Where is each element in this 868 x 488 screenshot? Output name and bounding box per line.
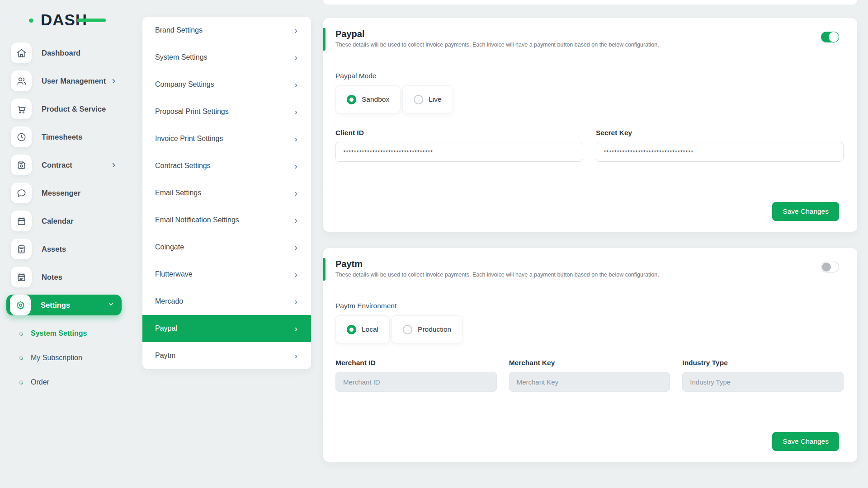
settings-menu-proposal-print-settings[interactable]: Proposal Print Settings › — [142, 98, 311, 125]
chevron-right-icon: › — [294, 107, 297, 116]
chevron-right-icon: › — [112, 160, 115, 170]
floppy-disk-icon — [11, 155, 32, 175]
chevron-right-icon: › — [294, 270, 297, 279]
subnav-item-label: Order — [31, 378, 49, 386]
settings-menu-coingate[interactable]: Coingate › — [142, 234, 311, 261]
chevron-right-icon: › — [294, 26, 297, 35]
industry-type-label: Industry Type — [682, 359, 844, 367]
menu-item-label: Paypal — [155, 324, 177, 333]
menu-item-label: Email Settings — [155, 189, 201, 197]
industry-type-input[interactable] — [682, 372, 844, 392]
paypal-footer: Save Changes — [323, 191, 857, 232]
settings-menu-company-settings[interactable]: Company Settings › — [142, 71, 311, 98]
paytm-env-local[interactable]: Local — [335, 315, 390, 343]
settings-menu-system-settings[interactable]: System Settings › — [142, 44, 311, 71]
paytm-footer: Save Changes — [323, 421, 857, 462]
menu-item-label: Contract Settings — [155, 162, 211, 170]
chevron-right-icon: › — [294, 297, 297, 306]
mode-option-label: Production — [418, 325, 451, 333]
paypal-enabled-toggle[interactable] — [821, 32, 839, 42]
settings-menu-brand-settings[interactable]: Brand Settings › — [142, 17, 311, 44]
sidebar-item-product-service[interactable]: Product & Service — [6, 99, 122, 119]
toggle-knob — [829, 32, 839, 42]
subnav-item-label: My Subscription — [31, 354, 82, 362]
client-id-input[interactable] — [335, 142, 583, 162]
paypal-section: Paypal These details will be used to col… — [323, 18, 857, 232]
settings-menu-email-settings[interactable]: Email Settings › — [142, 179, 311, 206]
home-icon — [11, 42, 32, 63]
settings-menu-paypal[interactable]: Paypal › — [142, 315, 311, 342]
menu-item-label: Email Notification Settings — [155, 216, 239, 224]
paytm-enabled-toggle[interactable] — [821, 262, 839, 272]
menu-item-label: Company Settings — [155, 80, 214, 89]
bullet-icon — [18, 355, 24, 361]
sidebar-item-label: Timesheets — [42, 133, 83, 141]
menu-item-label: Flutterwave — [155, 270, 193, 278]
paypal-header: Paypal These details will be used to col… — [323, 18, 857, 60]
paytm-env-production[interactable]: Production — [392, 315, 462, 343]
settings-menu-email-notification-settings[interactable]: Email Notification Settings › — [142, 206, 311, 234]
gear-icon — [10, 295, 31, 315]
paytm-body: Paytm Environment Local Production Merch… — [323, 290, 857, 421]
sidebar-item-contract[interactable]: Contract › — [6, 155, 122, 175]
logo-accent-dot — [29, 19, 33, 23]
paypal-description: These details will be used to collect in… — [335, 42, 839, 48]
paytm-header: Paytm These details will be used to coll… — [323, 248, 857, 290]
accent-bar — [323, 28, 326, 51]
settings-menu-contract-settings[interactable]: Contract Settings › — [142, 152, 311, 179]
sidebar-item-dashboard[interactable]: Dashboard — [6, 42, 122, 63]
chevron-right-icon: › — [294, 351, 297, 360]
subnav-item-order[interactable]: Order — [0, 371, 128, 393]
paytm-environment-label: Paytm Environment — [335, 302, 844, 310]
sidebar-item-calendar[interactable]: Calendar — [6, 211, 122, 231]
bullet-icon — [18, 331, 24, 337]
chevron-right-icon: › — [294, 161, 297, 170]
paypal-save-button[interactable]: Save Changes — [772, 202, 839, 221]
paytm-save-button[interactable]: Save Changes — [772, 432, 839, 451]
calendar-icon — [11, 211, 32, 231]
paypal-mode-label: Paypal Mode — [335, 72, 844, 80]
chevron-right-icon: › — [294, 243, 297, 252]
sidebar-item-label: User Management — [42, 77, 106, 85]
settings-menu-panel: Brand Settings › System Settings › Compa… — [142, 17, 311, 369]
merchant-key-input[interactable] — [509, 372, 670, 392]
merchant-id-label: Merchant ID — [335, 359, 497, 367]
sidebar: DASH Dashboard User Management › — [0, 0, 128, 393]
paypal-mode-live[interactable]: Live — [402, 85, 453, 113]
subnav-item-my-subscription[interactable]: My Subscription — [0, 347, 128, 369]
chat-bubble-icon — [11, 183, 32, 203]
chevron-right-icon: › — [294, 324, 297, 333]
paytm-section: Paytm These details will be used to coll… — [323, 248, 857, 462]
paypal-mode-sandbox[interactable]: Sandbox — [335, 85, 401, 113]
settings-menu-paytm[interactable]: Paytm › — [142, 342, 311, 369]
menu-item-label: System Settings — [155, 53, 208, 61]
chevron-down-icon: › — [106, 302, 116, 305]
sidebar-item-notes[interactable]: Notes — [6, 267, 122, 287]
paytm-environment-options: Local Production — [335, 315, 844, 343]
chevron-right-icon: › — [294, 53, 297, 62]
client-id-field-group: Client ID — [335, 129, 583, 162]
settings-menu-invoice-print-settings[interactable]: Invoice Print Settings › — [142, 125, 311, 152]
menu-item-label: Coingate — [155, 243, 184, 251]
menu-item-label: Mercado — [155, 297, 183, 305]
sidebar-item-label: Messenger — [42, 189, 80, 197]
radio-selected-icon — [347, 95, 356, 104]
brand-logo[interactable]: DASH — [33, 11, 96, 29]
accent-bar — [323, 258, 326, 281]
subnav-item-system-settings[interactable]: System Settings — [0, 323, 128, 344]
merchant-key-field-group: Merchant Key — [509, 359, 670, 392]
radio-unselected-icon — [414, 95, 423, 104]
chevron-right-icon: › — [294, 188, 297, 197]
sidebar-item-messenger[interactable]: Messenger — [6, 183, 122, 203]
merchant-id-input[interactable] — [335, 372, 497, 392]
mode-option-label: Sandbox — [362, 95, 389, 103]
sidebar-item-user-management[interactable]: User Management › — [6, 70, 122, 91]
sidebar-item-assets[interactable]: Assets — [6, 239, 122, 259]
secret-key-input[interactable] — [596, 142, 844, 162]
settings-menu-flutterwave[interactable]: Flutterwave › — [142, 261, 311, 288]
sidebar-item-timesheets[interactable]: Timesheets — [6, 127, 122, 147]
sidebar-item-settings[interactable]: Settings › — [6, 295, 122, 315]
radio-unselected-icon — [403, 325, 412, 334]
calculator-icon — [11, 239, 32, 259]
settings-menu-mercado[interactable]: Mercado › — [142, 288, 311, 315]
